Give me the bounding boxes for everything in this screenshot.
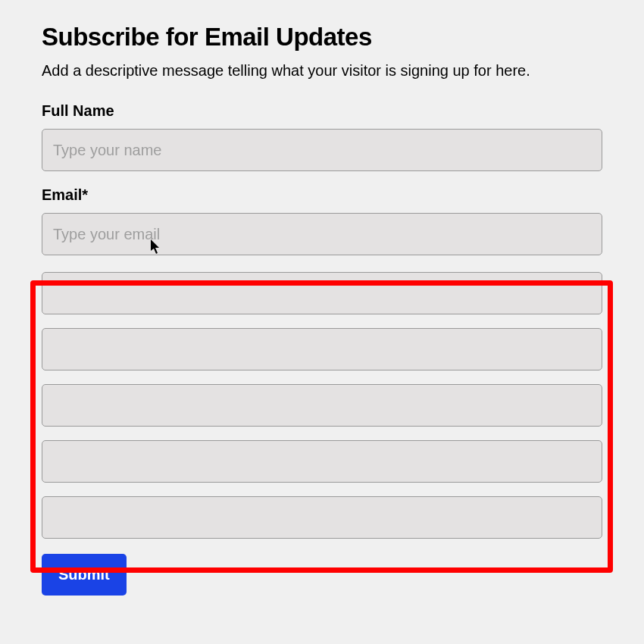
full-name-label: Full Name (42, 102, 602, 120)
extra-input-1[interactable] (42, 272, 602, 314)
full-name-field-group: Full Name (42, 102, 602, 171)
email-input[interactable] (42, 213, 602, 255)
email-label: Email* (42, 186, 602, 204)
page-description: Add a descriptive message telling what y… (42, 62, 602, 80)
extra-fields-container (42, 272, 602, 539)
email-field-group: Email* (42, 186, 602, 255)
extra-input-3[interactable] (42, 384, 602, 427)
page-heading: Subscribe for Email Updates (42, 23, 602, 52)
extra-input-4[interactable] (42, 440, 602, 483)
extra-input-5[interactable] (42, 496, 602, 539)
submit-button[interactable]: Submit (42, 554, 127, 596)
extra-input-2[interactable] (42, 328, 602, 370)
full-name-input[interactable] (42, 129, 602, 171)
